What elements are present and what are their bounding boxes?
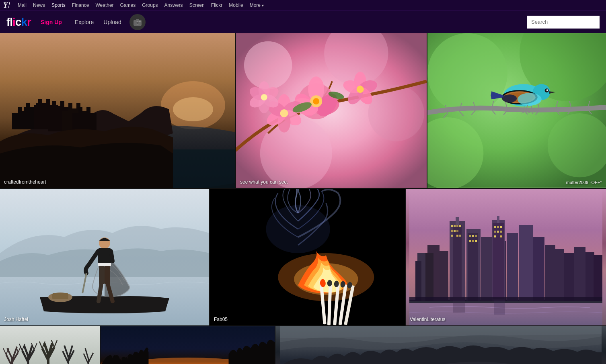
svg-rect-83: [409, 299, 602, 325]
photo-row-2: Josh Haftel: [0, 189, 606, 325]
svg-point-57: [502, 94, 517, 102]
photo-bird[interactable]: mutter2009 °OFF°: [427, 33, 606, 188]
nav-item-sports[interactable]: Sports: [48, 2, 69, 8]
nav-item-more[interactable]: More: [247, 2, 267, 8]
svg-point-58: [518, 93, 542, 106]
flickr-signup-link[interactable]: Sign Up: [41, 19, 62, 25]
svg-rect-129: [574, 247, 585, 301]
svg-point-53: [546, 89, 548, 91]
photo-bird-credit: mutter2009 °OFF°: [566, 180, 602, 185]
svg-rect-92: [451, 225, 453, 227]
svg-rect-90: [456, 217, 459, 225]
photo-grid: craftedfromtheheart: [0, 33, 606, 364]
svg-rect-97: [454, 230, 456, 232]
yahoo-nav: Y! Mail News Sports Finance Weather Game…: [0, 0, 606, 10]
photo-row-1: craftedfromtheheart: [0, 33, 606, 188]
nav-item-news[interactable]: News: [30, 2, 48, 8]
photo-fisherman[interactable]: Josh Haftel: [0, 189, 209, 325]
nav-item-flickr[interactable]: Flickr: [208, 2, 226, 8]
svg-rect-103: [468, 233, 478, 301]
svg-rect-108: [472, 240, 474, 242]
svg-rect-112: [507, 233, 518, 301]
svg-rect-113: [519, 225, 533, 301]
svg-rect-119: [494, 226, 496, 228]
chevron-down-icon: [262, 2, 264, 8]
flickr-nav-upload[interactable]: Upload: [99, 19, 126, 25]
photo-city[interactable]: ValentinLiteratus: [405, 189, 606, 325]
svg-point-4: [139, 20, 140, 22]
svg-point-29: [280, 109, 288, 117]
search-input[interactable]: [527, 16, 600, 29]
nav-item-mail[interactable]: Mail: [14, 2, 30, 8]
svg-rect-67: [105, 266, 110, 284]
svg-rect-62: [52, 293, 68, 299]
svg-rect-99: [451, 235, 453, 237]
nav-item-weather[interactable]: Weather: [92, 2, 117, 8]
svg-rect-114: [533, 237, 544, 301]
nav-item-answers[interactable]: Answers: [161, 2, 186, 8]
photo-flowers[interactable]: see what you can see.: [235, 33, 427, 188]
svg-point-46: [427, 33, 507, 113]
photo-castle[interactable]: craftedfromtheheart: [0, 33, 235, 188]
svg-rect-133: [453, 301, 465, 313]
camera-icon: [134, 18, 142, 26]
svg-rect-110: [481, 237, 492, 301]
svg-point-22: [313, 98, 319, 104]
nav-item-screen[interactable]: Screen: [186, 2, 208, 8]
svg-rect-122: [494, 231, 496, 233]
svg-rect-128: [564, 253, 574, 301]
svg-rect-132: [409, 297, 602, 301]
svg-rect-101: [459, 235, 461, 237]
svg-rect-3: [136, 19, 139, 20]
svg-rect-65: [98, 263, 111, 266]
nav-item-finance[interactable]: Finance: [69, 2, 92, 8]
svg-rect-98: [456, 230, 458, 232]
svg-rect-93: [454, 225, 456, 227]
svg-rect-131: [594, 255, 602, 301]
svg-rect-107: [469, 240, 471, 242]
svg-point-35: [357, 86, 364, 93]
yahoo-logo[interactable]: Y!: [3, 1, 10, 10]
svg-rect-123: [497, 231, 499, 233]
svg-rect-95: [459, 225, 461, 227]
svg-rect-105: [472, 235, 474, 237]
svg-rect-120: [497, 226, 499, 228]
svg-rect-96: [451, 230, 453, 232]
nav-item-groups[interactable]: Groups: [139, 2, 161, 8]
svg-point-7: [173, 97, 213, 121]
photo-row-3: [0, 326, 606, 364]
photo-trees[interactable]: [0, 326, 100, 364]
svg-point-14: [260, 117, 332, 188]
svg-rect-87: [425, 253, 433, 301]
svg-rect-66: [99, 266, 105, 284]
photo-matches[interactable]: Fab05: [209, 189, 405, 325]
photo-sunset[interactable]: [100, 326, 275, 364]
svg-point-42: [261, 94, 267, 100]
svg-rect-125: [494, 235, 496, 237]
svg-rect-88: [440, 251, 448, 301]
flickr-nav-explore[interactable]: Explore: [70, 19, 99, 25]
svg-rect-100: [456, 235, 458, 237]
svg-rect-127: [552, 249, 564, 301]
svg-rect-104: [469, 235, 471, 237]
svg-rect-94: [456, 225, 458, 227]
svg-rect-85: [415, 261, 421, 301]
svg-point-2: [136, 22, 139, 24]
svg-rect-121: [500, 226, 502, 228]
flickr-bar: flickr Sign Up Explore Upload: [0, 10, 606, 33]
svg-rect-134: [494, 301, 505, 315]
svg-point-69: [266, 205, 330, 254]
nav-item-mobile[interactable]: Mobile: [226, 2, 246, 8]
svg-rect-124: [500, 231, 502, 233]
nav-item-games[interactable]: Games: [117, 2, 139, 8]
svg-rect-118: [493, 223, 504, 299]
svg-rect-106: [475, 235, 477, 237]
svg-rect-117: [497, 216, 499, 223]
svg-rect-130: [585, 252, 594, 301]
svg-point-11: [244, 41, 292, 89]
camera-button[interactable]: [129, 14, 146, 30]
photo-landscape[interactable]: [275, 326, 606, 364]
svg-rect-109: [475, 240, 477, 242]
flickr-logo[interactable]: flickr: [6, 16, 31, 29]
svg-rect-126: [500, 235, 502, 237]
